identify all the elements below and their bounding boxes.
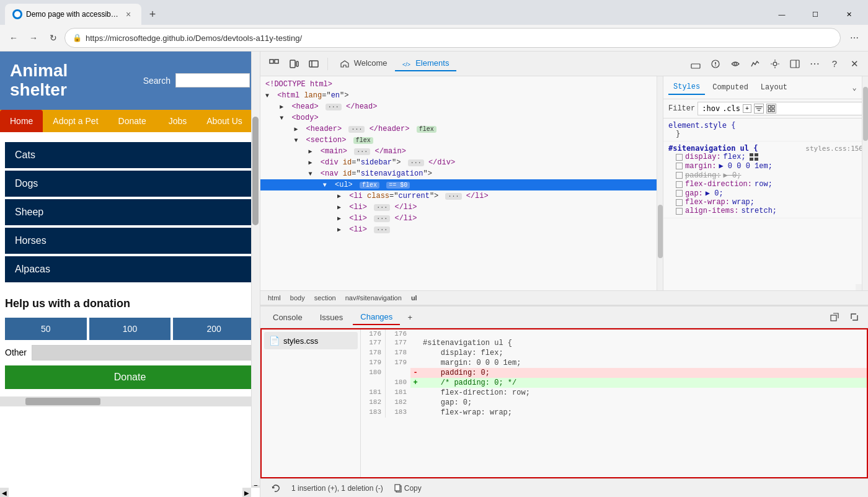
tab-welcome[interactable]: Welcome [333, 56, 395, 71]
elements-scrollbar[interactable] [657, 76, 663, 290]
layout-tab[interactable]: Layout [756, 81, 792, 94]
prop-checkbox[interactable] [676, 190, 683, 197]
site-title-line1: Animal [10, 61, 68, 80]
filter-icon3[interactable] [766, 104, 776, 114]
close-button[interactable]: ✕ [835, 4, 863, 24]
settings-icon[interactable] [766, 55, 784, 73]
revert-button[interactable] [268, 483, 284, 494]
svg-text:</>: </> [402, 61, 410, 68]
forward-button[interactable]: → [25, 29, 42, 47]
rule-source-link[interactable]: styles.css:156 [805, 145, 863, 153]
nav-item-donate[interactable]: Donate [108, 110, 156, 132]
styles-tab[interactable]: Styles [668, 80, 705, 95]
animal-item-sheep[interactable]: Sheep [5, 199, 255, 225]
nav-line[interactable]: ▼ <nav id="sitenavigation"> [260, 168, 663, 179]
prop-checkbox[interactable] [676, 181, 683, 188]
breadcrumb-ul[interactable]: ul [409, 293, 420, 303]
ul-line[interactable]: ▼ <ul> flex == $0 [260, 179, 663, 190]
help-icon[interactable]: ? [826, 55, 843, 73]
add-tab-button[interactable]: + [402, 310, 417, 325]
more-options-icon[interactable]: ⋯ [806, 55, 823, 73]
prop-checkbox[interactable] [676, 163, 683, 169]
close-devtools-icon[interactable]: ✕ [846, 55, 863, 73]
changes-panel: 📄 styles.css 176 176 [260, 328, 868, 478]
section-line[interactable]: ▼ <section> flex [260, 135, 663, 146]
li-line-1[interactable]: ▶ <li> ··· </li> [260, 202, 663, 213]
breadcrumb-body[interactable]: body [288, 293, 308, 303]
sidebar-toggle-icon[interactable] [786, 55, 804, 73]
svg-rect-23 [750, 153, 753, 156]
header-line[interactable]: ▶ <header> ··· </header> flex [260, 123, 663, 135]
viewport-hscrollbar[interactable] [0, 396, 251, 406]
nav-item-jobs[interactable]: Jobs [156, 110, 197, 132]
console-drawer-icon[interactable] [687, 55, 704, 73]
scroll-right-button[interactable]: ▶ [242, 488, 251, 497]
donation-other-input[interactable] [32, 345, 255, 360]
undock-icon[interactable] [826, 308, 843, 326]
maximize-button[interactable]: ☐ [801, 4, 830, 24]
computed-tab[interactable]: Computed [707, 81, 753, 94]
nav-item-adopt[interactable]: Adopt a Pet [43, 110, 108, 132]
doctype-line[interactable]: <!DOCTYPE html> [260, 79, 663, 90]
browser-tab[interactable]: Demo page with accessibility issu × [5, 4, 141, 25]
filter-icon2[interactable] [754, 104, 764, 114]
tab-issues[interactable]: Issues [312, 310, 351, 325]
breadcrumb-section[interactable]: section [312, 293, 339, 303]
tab-close-button[interactable]: × [123, 9, 134, 20]
body-line[interactable]: ▼ <body> [260, 112, 663, 123]
nav-item-about[interactable]: About Us [197, 110, 252, 132]
animal-item-dogs[interactable]: Dogs [5, 171, 255, 197]
prop-checkbox[interactable] [676, 199, 683, 206]
prop-checkbox[interactable] [676, 208, 683, 215]
tab-console[interactable]: Console [265, 310, 310, 325]
li-current-line[interactable]: ▶ <li class="current"> ··· </li> [260, 190, 663, 202]
search-input[interactable] [175, 73, 250, 87]
animal-item-alpacas[interactable]: Alpacas [5, 256, 255, 282]
head-line[interactable]: ▶ <head> ··· </head> [260, 101, 663, 112]
address-bar[interactable]: 🔒 https://microsoftedge.github.io/Demos/… [64, 28, 841, 48]
tab-changes[interactable]: Changes [353, 310, 400, 325]
copy-button[interactable]: Copy [391, 483, 425, 494]
back-button[interactable]: ← [5, 29, 22, 47]
prop-checkbox[interactable] [676, 154, 683, 161]
tab-favicon [12, 9, 22, 19]
breadcrumb-html[interactable]: html [265, 293, 283, 303]
main-line[interactable]: ▶ <main> ··· </main> [260, 146, 663, 157]
device-toolbar-icon[interactable] [285, 55, 303, 73]
issues-icon[interactable] [707, 55, 724, 73]
breadcrumb-nav[interactable]: nav#sitenavigation [343, 293, 404, 303]
div-sidebar-line[interactable]: ▶ <div id="sidebar"> ··· </div> [260, 157, 663, 168]
filter-input-area[interactable]: :hov .cls + [698, 102, 863, 115]
performance-icon[interactable] [746, 55, 764, 73]
li-line-3[interactable]: ▶ <li> ··· [260, 224, 663, 235]
nav-item-home[interactable]: Home [0, 110, 43, 132]
viewport-scrollbar[interactable] [251, 51, 260, 485]
toggle-sidebar-icon[interactable] [305, 55, 322, 73]
scroll-left-button[interactable]: ◀ [0, 488, 9, 497]
animal-list: Cats Dogs Sheep Horses Alpacas [5, 142, 255, 282]
li-line-2[interactable]: ▶ <li> ··· </li> [260, 213, 663, 224]
inspect-element-icon[interactable] [265, 55, 283, 73]
donation-amount-100[interactable]: 100 [89, 318, 171, 340]
animal-item-cats[interactable]: Cats [5, 142, 255, 168]
tab-elements[interactable]: </> Elements [395, 56, 457, 71]
reload-button[interactable]: ↻ [45, 29, 62, 47]
donation-amount-200[interactable]: 200 [173, 318, 255, 340]
donate-submit-button[interactable]: Donate [5, 365, 255, 389]
file-item-css[interactable]: 📄 styles.css [264, 332, 358, 349]
expand-icon[interactable]: ⌄ [846, 79, 863, 96]
new-tab-button[interactable]: + [144, 6, 161, 23]
styles-corner [856, 284, 862, 290]
file-name: styles.css [283, 336, 318, 346]
html-line[interactable]: ▼ <html lang="en"> [260, 90, 663, 101]
expand-panel-icon[interactable] [846, 308, 863, 326]
animal-item-horses[interactable]: Horses [5, 228, 255, 254]
filter-add-icon[interactable]: + [743, 104, 751, 113]
styles-scrollbar[interactable] [862, 76, 868, 290]
prop-checkbox[interactable] [676, 172, 683, 179]
donation-amount-50[interactable]: 50 [5, 318, 87, 340]
settings-button[interactable]: ⋯ [846, 29, 863, 47]
minimize-button[interactable]: — [768, 4, 796, 24]
network-icon[interactable] [727, 55, 744, 73]
code-line-183: 183 183 flex-wrap: wrap; [361, 408, 867, 418]
